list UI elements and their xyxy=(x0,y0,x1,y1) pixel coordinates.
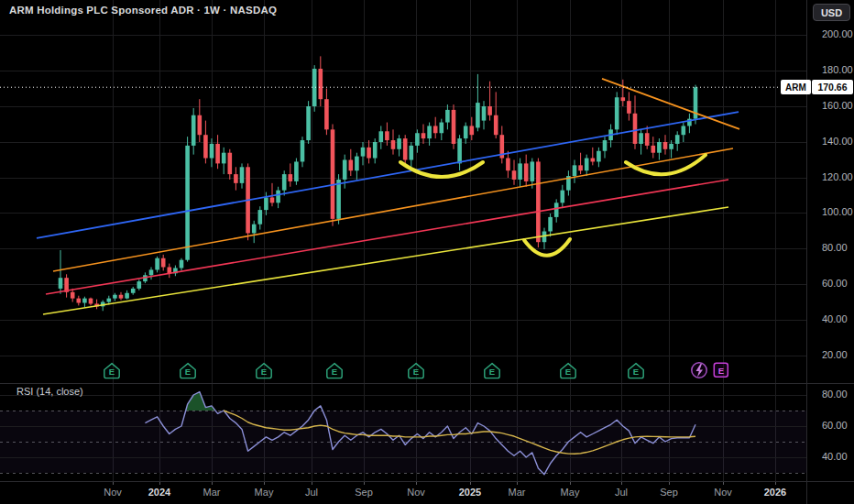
candle xyxy=(379,126,384,148)
candle xyxy=(603,137,608,158)
candle xyxy=(687,114,692,133)
svg-text:E: E xyxy=(109,367,115,377)
candle xyxy=(410,142,414,167)
candle xyxy=(64,274,69,297)
rsi-pane-background xyxy=(0,395,806,473)
candle xyxy=(591,148,596,166)
earnings-icon[interactable]: E xyxy=(257,364,271,378)
candle xyxy=(573,160,577,183)
earnings-icon[interactable]: E xyxy=(181,364,195,378)
earnings-icon[interactable]: E xyxy=(104,364,119,378)
candle xyxy=(77,296,82,306)
candle xyxy=(131,287,136,295)
candle xyxy=(294,159,299,185)
price-tick-label: 200.00 xyxy=(822,28,853,39)
blue-trendline[interactable] xyxy=(37,112,739,238)
time-tick-label: May xyxy=(550,487,590,498)
earnings-icon[interactable]: E xyxy=(485,364,499,378)
candle xyxy=(627,92,631,120)
candle xyxy=(542,228,547,249)
price-tick-label: 120.00 xyxy=(822,171,853,182)
chart-canvas[interactable]: EEEEEEEEE xyxy=(0,0,854,504)
svg-text:E: E xyxy=(332,367,337,377)
candle xyxy=(512,160,517,185)
earnings-icon[interactable]: E xyxy=(327,364,342,378)
candle xyxy=(524,155,529,187)
trading-chart-window: EEEEEEEEE ARM Holdings PLC Sponsored ADR… xyxy=(0,0,854,504)
candle xyxy=(518,159,522,187)
candle xyxy=(373,138,378,163)
price-tick-label: 60.00 xyxy=(822,278,848,289)
candle xyxy=(633,95,638,149)
time-tick-label: Nov xyxy=(703,487,743,498)
svg-text:E: E xyxy=(718,366,724,376)
candle xyxy=(252,221,257,243)
rsi-indicator-label[interactable]: RSI (14, close) xyxy=(16,386,83,397)
time-tick-label: Jul xyxy=(601,487,641,498)
candle xyxy=(282,170,287,195)
candle xyxy=(276,187,280,208)
candle xyxy=(203,121,208,164)
candle xyxy=(137,279,142,290)
candle xyxy=(464,123,468,144)
last-price-symbol-flag: ARM xyxy=(781,80,811,94)
candle xyxy=(422,125,426,144)
earnings-icon[interactable]: E xyxy=(629,364,643,378)
time-tick-label: Nov xyxy=(396,487,436,498)
price-tick-label: 160.00 xyxy=(822,100,853,111)
earnings-icon[interactable]: E xyxy=(561,364,575,378)
candle xyxy=(476,74,480,131)
yellow-arc-3[interactable] xyxy=(626,155,706,174)
earnings-icon[interactable]: E xyxy=(409,364,423,378)
svg-text:E: E xyxy=(633,367,639,377)
flash-icon[interactable] xyxy=(692,363,706,378)
candle xyxy=(694,85,698,125)
candle xyxy=(119,292,124,301)
price-tick-label: 60.00 xyxy=(822,420,848,431)
candle xyxy=(113,293,117,301)
candle xyxy=(222,148,226,174)
candle xyxy=(615,92,619,135)
svg-text:E: E xyxy=(413,367,419,377)
candle xyxy=(89,298,93,306)
candlestick-series xyxy=(59,56,698,311)
price-tick-label: 40.00 xyxy=(822,313,848,324)
currency-button[interactable]: USD xyxy=(813,4,850,21)
candle xyxy=(675,131,680,150)
red-trendline[interactable] xyxy=(46,180,728,294)
candle xyxy=(319,56,323,106)
time-tick-label: Sep xyxy=(649,487,689,498)
candle xyxy=(554,199,559,222)
time-tick-label: Jul xyxy=(291,487,332,498)
candle xyxy=(246,163,250,240)
time-tick-label: Sep xyxy=(344,487,384,498)
candle xyxy=(639,129,643,154)
candle xyxy=(234,167,238,190)
candle xyxy=(336,174,341,225)
candle xyxy=(361,142,366,165)
candle xyxy=(161,255,166,271)
time-tick-label: Mar xyxy=(192,487,232,498)
price-tick-label: 40.00 xyxy=(822,451,848,462)
lower-yellow-trendline[interactable] xyxy=(43,207,728,314)
candle xyxy=(349,149,354,176)
candle xyxy=(215,135,220,169)
candle xyxy=(289,163,293,186)
candle xyxy=(500,126,505,163)
candle xyxy=(397,135,401,156)
candle xyxy=(125,290,129,300)
price-tick-label: 140.00 xyxy=(822,136,853,147)
e-square-icon[interactable]: E xyxy=(714,363,728,377)
candle xyxy=(324,89,329,136)
svg-text:E: E xyxy=(489,367,495,377)
candle xyxy=(258,206,263,229)
candle xyxy=(645,126,650,148)
candle xyxy=(440,119,444,140)
candle xyxy=(433,117,438,138)
candle xyxy=(651,137,656,158)
candle xyxy=(94,300,99,310)
yellow-arc-2[interactable] xyxy=(524,239,570,256)
candle xyxy=(585,155,589,176)
candle xyxy=(264,192,268,215)
symbol-title: ARM Holdings PLC Sponsored ADR · 1W · NA… xyxy=(9,5,277,16)
